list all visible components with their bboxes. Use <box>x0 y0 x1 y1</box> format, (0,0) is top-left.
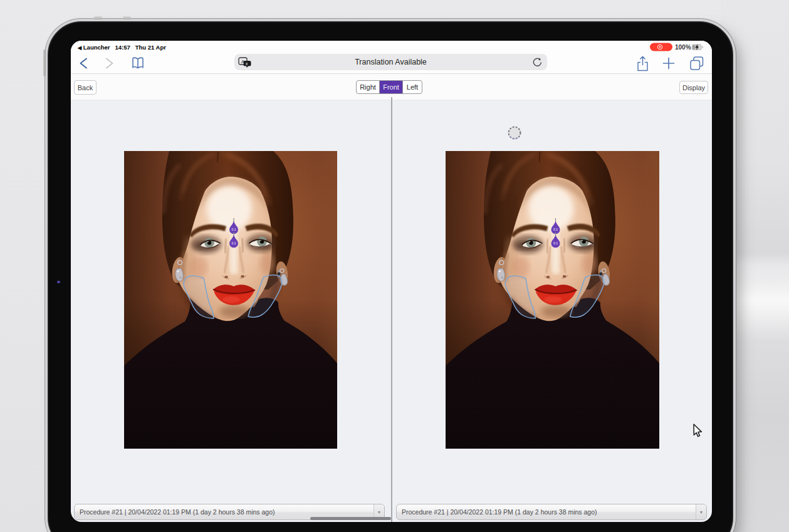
svg-text:100%: 100% <box>675 44 691 51</box>
